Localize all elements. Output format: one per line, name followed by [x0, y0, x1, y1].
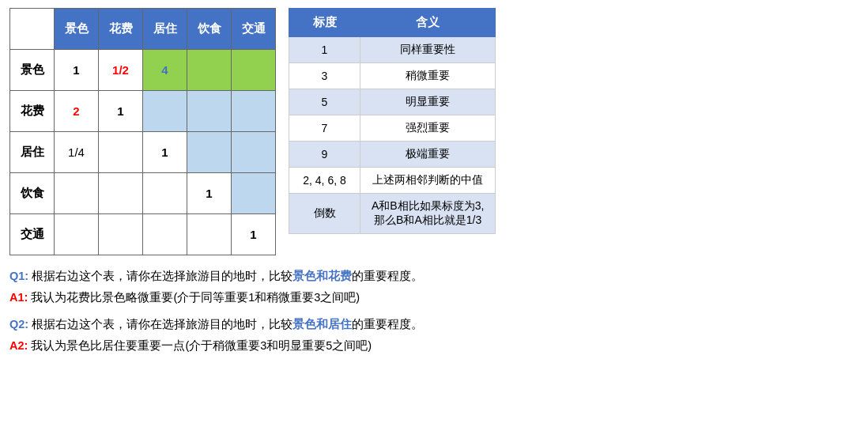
cell-huafei-jingse: 2: [55, 91, 99, 132]
cell-jingse-juzhu: 4: [143, 50, 187, 91]
cell-yinshi-huafei: [99, 173, 143, 214]
legend-row-2468: 2, 4, 6, 8 上述两相邻判断的中值: [289, 168, 496, 194]
q2-text-before: 根据右边这个表，请你在选择旅游目的地时，比较: [32, 318, 292, 331]
q2-highlight: 景色和居住: [292, 318, 352, 331]
legend-scale-1: 1: [289, 37, 360, 63]
matrix-table: 景色 花费 居住 饮食 交通 景色 1 1/2 4: [9, 8, 276, 255]
col-header-jingse: 景色: [55, 9, 99, 50]
cell-yinshi-juzhu: [143, 173, 187, 214]
cell-juzhu-juzhu: 1: [143, 132, 187, 173]
cell-jiaotong-huafei: [99, 214, 143, 255]
legend-row-1: 1 同样重要性: [289, 37, 496, 63]
row-header-juzhu: 居住: [10, 132, 55, 173]
legend-meaning-1: 同样重要性: [360, 37, 496, 63]
q1-text-after: 的重要程度。: [352, 270, 423, 282]
legend-scale-5: 5: [289, 89, 360, 115]
legend-row-5: 5 明显重要: [289, 89, 496, 115]
matrix-row-jiaotong: 交通 1: [10, 214, 276, 255]
row-header-jiaotong: 交通: [10, 214, 55, 255]
matrix-row-jingse: 景色 1 1/2 4: [10, 50, 276, 91]
cell-juzhu-jiaotong: [232, 132, 276, 173]
matrix-row-juzhu: 居住 1/4 1: [10, 132, 276, 173]
a1-text: 我认为花费比景色略微重要(介于同等重要1和稍微重要3之间吧): [31, 291, 360, 304]
label-q1: Q1:: [9, 270, 28, 282]
row-header-huafei: 花费: [10, 91, 55, 132]
cell-juzhu-yinshi: [187, 132, 232, 173]
cell-jingse-yinshi: [187, 50, 232, 91]
qa-line-a1: A1: 我认为花费比景色略微重要(介于同等重要1和稍微重要3之间吧): [9, 288, 859, 308]
cell-huafei-jiaotong: [232, 91, 276, 132]
legend-meaning-5: 明显重要: [360, 89, 496, 115]
cell-yinshi-jiaotong: [232, 173, 276, 214]
label-q2: Q2:: [9, 318, 28, 331]
cell-huafei-yinshi: [187, 91, 232, 132]
legend-meaning-reciprocal: A和B相比如果标度为3,那么B和A相比就是1/3: [360, 194, 496, 234]
matrix-row-yinshi: 饮食 1: [10, 173, 276, 214]
cell-jingse-jingse: 1: [55, 50, 99, 91]
cell-jiaotong-juzhu: [143, 214, 187, 255]
label-a1: A1:: [9, 291, 28, 304]
legend-meaning-2468: 上述两相邻判断的中值: [360, 168, 496, 194]
col-header-jiaotong: 交通: [232, 9, 276, 50]
qa-section: Q1: 根据右边这个表，请你在选择旅游目的地时，比较景色和花费的重要程度。 A1…: [9, 266, 859, 356]
cell-jiaotong-jingse: [55, 214, 99, 255]
legend-row-9: 9 极端重要: [289, 142, 496, 168]
legend-row-7: 7 强烈重要: [289, 115, 496, 142]
q2-text-after: 的重要程度。: [352, 318, 423, 331]
cell-huafei-huafei: 1: [99, 91, 143, 132]
col-header-juzhu: 居住: [143, 9, 187, 50]
col-header-huafei: 花费: [99, 9, 143, 50]
legend-scale-9: 9: [289, 142, 360, 168]
cell-jiaotong-yinshi: [187, 214, 232, 255]
cell-huafei-juzhu: [143, 91, 187, 132]
q1-highlight: 景色和花费: [292, 270, 352, 282]
cell-jingse-huafei: 1/2: [99, 50, 143, 91]
cell-jingse-jiaotong: [232, 50, 276, 91]
cell-juzhu-huafei: [99, 132, 143, 173]
q1-text-before: 根据右边这个表，请你在选择旅游目的地时，比较: [32, 270, 292, 282]
qa-line-a2: A2: 我认为景色比居住要重要一点(介于稍微重要3和明显重要5之间吧): [9, 336, 859, 356]
legend-table: 标度 含义 1 同样重要性 3 稍微重要 5 明显重要 7: [289, 8, 496, 234]
cell-jiaotong-jiaotong: 1: [232, 214, 276, 255]
legend-col-meaning: 含义: [360, 9, 496, 37]
legend-scale-2468: 2, 4, 6, 8: [289, 168, 360, 194]
legend-scale-reciprocal: 倒数: [289, 194, 360, 234]
legend-meaning-9: 极端重要: [360, 142, 496, 168]
matrix-section: 景色 花费 居住 饮食 交通 景色 1 1/2 4: [9, 8, 276, 255]
matrix-row-huafei: 花费 2 1: [10, 91, 276, 132]
legend-scale-3: 3: [289, 63, 360, 89]
main-content: 景色 花费 居住 饮食 交通 景色 1 1/2 4: [9, 8, 859, 255]
cell-juzhu-jingse: 1/4: [55, 132, 99, 173]
legend-meaning-3: 稍微重要: [360, 63, 496, 89]
legend-row-3: 3 稍微重要: [289, 63, 496, 89]
col-header-yinshi: 饮食: [187, 9, 232, 50]
legend-meaning-7: 强烈重要: [360, 115, 496, 142]
qa-line-q2: Q2: 根据右边这个表，请你在选择旅游目的地时，比较景色和居住的重要程度。: [9, 315, 859, 334]
legend-col-scale: 标度: [289, 9, 360, 37]
legend-row-reciprocal: 倒数 A和B相比如果标度为3,那么B和A相比就是1/3: [289, 194, 496, 234]
cell-yinshi-yinshi: 1: [187, 173, 232, 214]
row-header-yinshi: 饮食: [10, 173, 55, 214]
label-a2: A2:: [9, 339, 28, 352]
legend-scale-7: 7: [289, 115, 360, 142]
row-header-jingse: 景色: [10, 50, 55, 91]
qa-line-q1: Q1: 根据右边这个表，请你在选择旅游目的地时，比较景色和花费的重要程度。: [9, 266, 859, 286]
cell-yinshi-jingse: [55, 173, 99, 214]
legend-section: 标度 含义 1 同样重要性 3 稍微重要 5 明显重要 7: [289, 8, 496, 255]
a2-text: 我认为景色比居住要重要一点(介于稍微重要3和明显重要5之间吧): [31, 339, 372, 352]
